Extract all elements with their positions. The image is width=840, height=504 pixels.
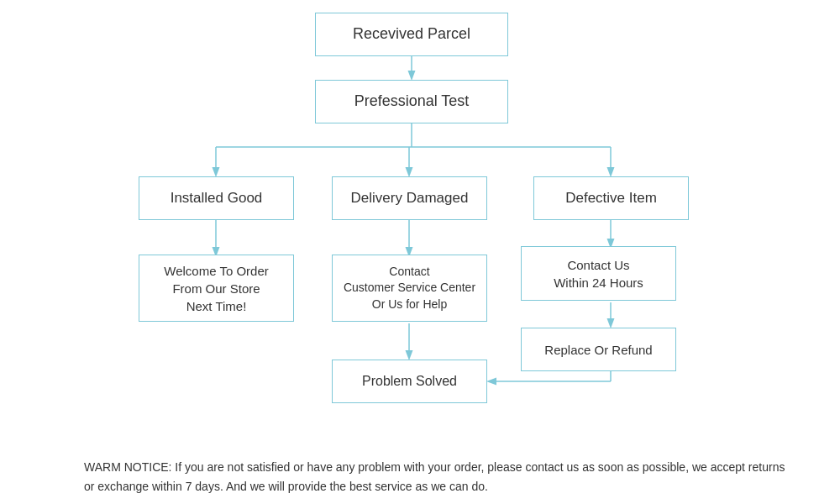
received-parcel-box: Recevived Parcel xyxy=(315,13,508,56)
contact-service-box: Contact Customer Service Center Or Us fo… xyxy=(332,255,487,322)
contact-us-box: Contact Us Within 24 Hours xyxy=(521,246,676,301)
delivery-damaged-box: Delivery Damaged xyxy=(332,176,487,220)
flowchart: Recevived Parcel Prefessional Test Insta… xyxy=(0,0,840,428)
notice-text: WARM NOTICE: If you are not satisfied or… xyxy=(0,448,840,504)
problem-solved-box: Problem Solved xyxy=(332,360,487,403)
professional-test-box: Prefessional Test xyxy=(315,80,508,123)
installed-good-box: Installed Good xyxy=(139,176,294,220)
replace-refund-box: Replace Or Refund xyxy=(521,328,676,371)
defective-item-box: Defective Item xyxy=(533,176,689,220)
welcome-box: Welcome To Order From Our Store Next Tim… xyxy=(139,255,294,322)
